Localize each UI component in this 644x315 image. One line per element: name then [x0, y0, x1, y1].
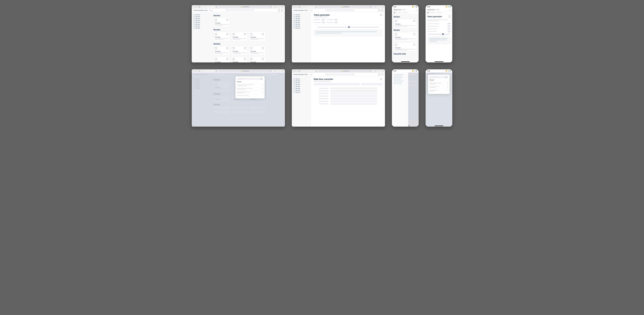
nav-item[interactable]: Nav Item — [194, 18, 211, 20]
expand-icon-2[interactable] — [281, 9, 283, 12]
expand-icon[interactable] — [262, 33, 264, 35]
modal-search-input[interactable]: ⌕ — [237, 78, 263, 80]
shield-icon[interactable]: ◐ — [216, 70, 217, 72]
address-bar[interactable]: 🔒wireframes⟳ — [318, 6, 372, 8]
toggle[interactable] — [322, 19, 325, 20]
download-icon[interactable]: ⊕ — [274, 70, 276, 72]
nav-item[interactable]: Nav Item — [294, 22, 311, 23]
search-result[interactable]: ✕ — [430, 85, 448, 89]
search-result[interactable] — [237, 94, 263, 97]
toggle[interactable] — [448, 23, 450, 24]
nav-item[interactable]: Nav Item — [294, 82, 311, 84]
nav-item[interactable]: Nav Item — [194, 14, 211, 16]
menu-icon[interactable] — [427, 12, 429, 14]
format-value[interactable] — [330, 95, 377, 97]
shield-icon[interactable]: ◐ — [316, 70, 317, 72]
new-tab-icon[interactable]: + — [379, 70, 381, 72]
share-icon[interactable]: ⇪ — [377, 70, 378, 72]
toggle[interactable] — [334, 22, 338, 23]
nav-item[interactable]: Nav Item — [294, 16, 311, 18]
home-indicator[interactable] — [435, 62, 443, 62]
tool-card[interactable]: Tool name — [214, 32, 230, 41]
tool-card[interactable]: Tool name — [249, 56, 266, 62]
length-slider[interactable] — [317, 27, 379, 28]
drawer-item[interactable] — [394, 82, 402, 83]
expand-icon[interactable] — [244, 47, 246, 49]
tool-card[interactable]: Tool name — [394, 19, 417, 28]
toggle[interactable] — [448, 28, 450, 30]
expand-icon[interactable] — [380, 14, 382, 16]
expand-icon[interactable] — [278, 9, 280, 12]
tool-card[interactable]: Tool name — [231, 56, 248, 62]
tool-card[interactable]: Tool name — [231, 32, 248, 41]
tool-card[interactable]: Tool name — [249, 32, 266, 41]
format-value[interactable] — [330, 98, 377, 100]
tabs-icon[interactable]: ⧉ — [382, 70, 384, 72]
nav-item[interactable]: Nav Item — [294, 91, 311, 93]
tool-card[interactable]: Tool name — [214, 18, 230, 27]
forward-icon[interactable]: › — [204, 6, 206, 8]
reload-icon[interactable]: ⟳ — [270, 70, 271, 72]
nav-item[interactable]: Nav Item — [294, 23, 311, 25]
expand-icon[interactable] — [378, 74, 380, 76]
address-bar[interactable]: 🔒 wireframes ⟳ — [218, 6, 272, 8]
nav-item[interactable]: Nav Item — [294, 27, 311, 29]
reload-icon[interactable]: ⟳ — [370, 70, 371, 72]
nav-item[interactable]: Nav Item — [294, 25, 311, 27]
nav-item[interactable]: Nav Item — [294, 86, 311, 88]
drawer-item[interactable] — [394, 77, 403, 78]
format-value[interactable] — [330, 90, 377, 92]
home-indicator[interactable] — [435, 126, 443, 126]
expand-icon[interactable] — [380, 78, 382, 80]
format-value[interactable] — [330, 93, 377, 94]
slider-thumb[interactable] — [348, 26, 350, 28]
tabs-icon[interactable]: ⧉ — [382, 6, 384, 8]
search-result[interactable]: ✕ — [237, 83, 263, 87]
expand-icon[interactable] — [445, 76, 447, 78]
nav-item[interactable]: Nav Item — [294, 89, 311, 91]
tool-card[interactable]: Tool name — [214, 46, 230, 55]
expand-icon[interactable] — [414, 44, 416, 46]
expand-icon[interactable] — [244, 33, 246, 35]
datetime-input[interactable] — [314, 83, 360, 86]
remove-icon[interactable]: ✕ — [447, 90, 448, 92]
expand-icon[interactable] — [448, 16, 450, 18]
traffic-lights[interactable] — [293, 6, 298, 8]
search-icon[interactable]: ⌕ — [416, 9, 417, 11]
search-icon[interactable]: ⌕ — [450, 9, 450, 11]
back-icon[interactable]: ‹ — [202, 70, 203, 72]
address-bar[interactable]: 🔒wireframes⟳ — [218, 70, 272, 72]
remove-icon[interactable]: ✕ — [447, 86, 448, 88]
search-result[interactable]: ✕ — [430, 89, 448, 92]
nav-item[interactable]: Nav Item — [194, 23, 211, 25]
toggle[interactable] — [448, 30, 450, 32]
nav-item[interactable]: Nav Item — [194, 20, 211, 22]
nav-item[interactable]: Nav Item — [294, 78, 311, 80]
toggle[interactable] — [334, 19, 338, 20]
remove-icon[interactable]: ✕ — [262, 84, 263, 86]
forward-icon[interactable]: › — [204, 70, 206, 72]
expand-icon[interactable] — [226, 33, 228, 35]
share-icon[interactable]: ⇪ — [276, 70, 278, 72]
nav-item[interactable]: Nav Item — [294, 80, 311, 82]
remove-icon[interactable]: ✕ — [262, 88, 263, 90]
remove-icon[interactable]: ✕ — [447, 83, 448, 84]
expand-icon[interactable] — [226, 19, 228, 21]
address-bar[interactable]: 🔒wireframes⟳ — [318, 70, 372, 72]
expand-icon[interactable] — [226, 47, 228, 49]
expand-icon-2[interactable] — [381, 9, 383, 12]
format-value[interactable] — [330, 103, 377, 105]
download-icon[interactable]: ⊕ — [274, 6, 276, 8]
back-icon[interactable]: ‹ — [302, 6, 303, 8]
search-input[interactable]: ⌕ — [325, 9, 354, 11]
traffic-lights[interactable] — [193, 6, 198, 8]
sidebar-toggle-icon[interactable] — [299, 6, 300, 8]
drawer-item[interactable] — [394, 76, 402, 76]
sidebar-toggle-icon[interactable] — [299, 70, 300, 72]
expand-icon[interactable] — [260, 78, 262, 80]
search-result[interactable]: ✕ — [430, 82, 448, 85]
expand-icon[interactable] — [226, 58, 228, 60]
back-icon[interactable]: ‹ — [202, 6, 203, 8]
traffic-lights[interactable] — [193, 70, 198, 72]
back-icon[interactable]: ‹ — [302, 70, 303, 72]
